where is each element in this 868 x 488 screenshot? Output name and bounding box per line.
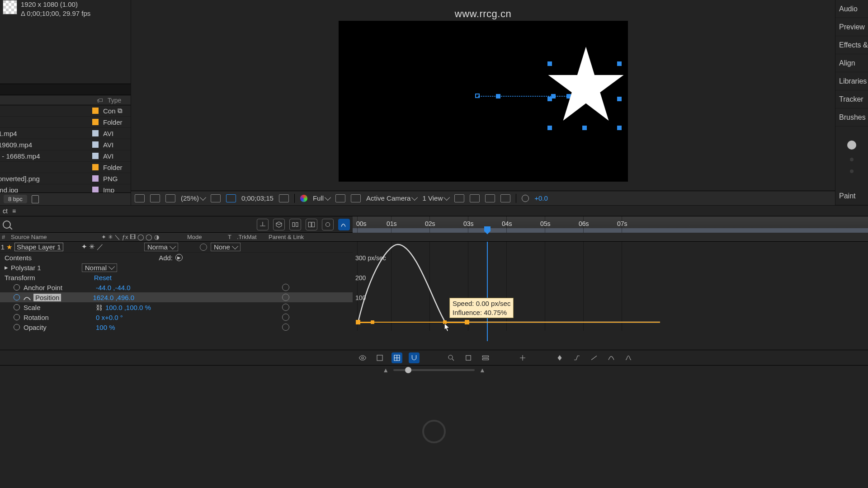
twirl-icon[interactable]: ▸ (5, 263, 11, 272)
project-item-row[interactable]: 1.mp4 AVI (0, 128, 131, 139)
contents-label[interactable]: Contents (5, 254, 32, 262)
prop-rotation-value[interactable]: 0 x+0.0 ° (96, 314, 123, 321)
prop-position-label[interactable]: Position (33, 294, 61, 301)
prop-anchor-label[interactable]: Anchor Point (24, 284, 96, 291)
pickwhip-icon[interactable] (282, 294, 289, 301)
col-parent[interactable]: Parent & Link (267, 233, 344, 241)
snapshot-icon[interactable] (279, 194, 289, 202)
blend-mode-select[interactable]: Norma (144, 243, 178, 251)
reset-link[interactable]: Reset (94, 274, 112, 282)
pickwhip-icon[interactable] (200, 244, 207, 251)
brush-preview-dot[interactable] (847, 141, 856, 150)
show-props-icon[interactable] (374, 352, 385, 363)
project-item-row[interactable]: 19609.mp4 AVI (0, 139, 131, 150)
camera-select[interactable]: Active Camera (366, 194, 417, 202)
frame-blend-icon[interactable] (289, 219, 301, 230)
auto-zoom-icon[interactable] (480, 352, 491, 363)
exposure-value[interactable]: +0.0 (534, 194, 548, 202)
prop-opacity-label[interactable]: Opacity (24, 324, 96, 331)
project-item-row[interactable]: Folder (0, 117, 131, 128)
fast-preview-icon[interactable] (485, 194, 495, 202)
bbox-handle[interactable] (617, 126, 622, 130)
composition-canvas[interactable] (339, 21, 628, 182)
search-icon[interactable] (3, 221, 11, 229)
stopwatch-icon[interactable] (14, 294, 20, 300)
pickwhip-icon[interactable] (282, 304, 289, 311)
view-layout-icon[interactable] (454, 194, 464, 202)
col-num[interactable]: # (0, 233, 9, 241)
composition-thumb[interactable] (3, 0, 17, 14)
project-search[interactable] (0, 84, 131, 95)
add-shape-button[interactable]: ▸ (175, 254, 183, 261)
panel-tab-tracker[interactable]: Tracker (835, 90, 868, 108)
project-item-row[interactable]: onverted].png PNG (0, 173, 131, 184)
stopwatch-icon[interactable] (14, 304, 20, 310)
motion-blur-icon[interactable] (306, 219, 317, 230)
panel-tab-brushes[interactable]: Brushes (835, 108, 868, 127)
flowchart-icon[interactable] (500, 194, 510, 202)
layer-row[interactable]: 1 ★ Shape Layer 1 ✦ ✳ ／ Norma None (0, 242, 353, 253)
pickwhip-icon[interactable] (282, 284, 289, 291)
mask-icon[interactable] (165, 194, 175, 202)
bbox-handle[interactable] (547, 126, 552, 130)
project-item-row[interactable]: ind.jpg Imp (0, 184, 131, 192)
stopwatch-icon[interactable] (14, 324, 20, 330)
project-item-row[interactable]: Con ⧉ (0, 105, 131, 117)
exposure-reset-icon[interactable] (522, 195, 529, 202)
panel-tab-align[interactable]: Align (835, 54, 868, 72)
panel-menu-icon[interactable]: ≡ (12, 207, 16, 215)
view-select[interactable]: 1 View (422, 194, 449, 202)
graph-editor-include-icon[interactable] (24, 295, 31, 300)
bit-depth-button[interactable]: 8 bpc (4, 195, 27, 203)
zoom-out-icon[interactable]: ▲ (382, 366, 389, 374)
pixel-aspect-icon[interactable] (470, 194, 480, 202)
zoom-select[interactable]: (25%) (181, 194, 205, 202)
region-icon[interactable] (135, 194, 145, 202)
timeline-tab[interactable]: ct (3, 207, 8, 215)
pickwhip-icon[interactable] (282, 314, 289, 321)
color-channel-icon[interactable] (300, 195, 307, 202)
graph-editor[interactable]: 300 px/sec 200 100 Speed: 0.00 px/sec In… (353, 242, 868, 350)
flowchart-icon[interactable]: ⧉ (118, 107, 123, 115)
res-icon[interactable] (211, 194, 221, 202)
panel-tab-audio[interactable]: Audio (835, 0, 868, 18)
col-trkmat[interactable]: .TrkMat (235, 233, 267, 241)
eye-icon[interactable] (357, 352, 368, 363)
panel-tab-effects[interactable]: Effects & (835, 36, 868, 54)
bezier-handle-line[interactable] (359, 322, 373, 323)
prop-rotation-label[interactable]: Rotation (24, 314, 96, 321)
project-item-row[interactable]: Folder (0, 162, 131, 173)
zoom-knob[interactable] (405, 367, 411, 373)
convert-linear-icon[interactable] (589, 352, 599, 363)
prop-scale-label[interactable]: Scale (24, 304, 96, 311)
graph-editor-icon[interactable] (338, 219, 350, 230)
parent-select[interactable]: None (211, 243, 241, 251)
stopwatch-icon[interactable] (14, 284, 20, 291)
col-source-name[interactable]: Source Name (9, 233, 99, 241)
fit-all-icon[interactable] (463, 352, 474, 363)
stopwatch-icon[interactable] (14, 314, 20, 320)
tag-icon[interactable]: 🏷 (97, 97, 103, 104)
comp-flowchart-icon[interactable] (257, 219, 269, 230)
zoom-in-icon[interactable]: ▲ (479, 366, 486, 374)
brush-preview-dot-small[interactable] (850, 169, 854, 173)
current-time[interactable]: 0;00;03;15 (241, 194, 274, 202)
composition-viewer[interactable]: www.rrcg.cn (131, 2, 835, 191)
brush-preview-dot-small[interactable] (850, 158, 854, 161)
draft3d-icon[interactable] (273, 219, 285, 230)
convert-bezier-icon[interactable] (606, 352, 617, 363)
prop-opacity-value[interactable]: 100 % (96, 324, 115, 331)
time-ruler[interactable]: 00s 01s 02s 03s 04s 05s 06s 07s (353, 216, 868, 233)
col-switches[interactable]: ✦ ✳ ＼ ƒx 🎞 ◯ ◯ ◑ (99, 233, 185, 241)
roi-icon[interactable] (335, 194, 345, 202)
col-t[interactable]: T (226, 233, 235, 241)
layer-name[interactable]: Shape Layer 1 (14, 243, 63, 251)
constrain-icon[interactable]: ⛓ (96, 304, 103, 311)
motion-path-handle[interactable] (496, 94, 500, 99)
grid-icon[interactable] (351, 194, 361, 202)
project-item-row[interactable]: I - 16685.mp4 AVI (0, 150, 131, 162)
panel-tab-libraries[interactable]: Libraries (835, 72, 868, 90)
prop-position-value[interactable]: 1624.0 ,496.0 (93, 294, 134, 301)
panel-tab-paint[interactable]: Paint (835, 187, 868, 205)
separate-dim-icon[interactable] (517, 352, 528, 363)
